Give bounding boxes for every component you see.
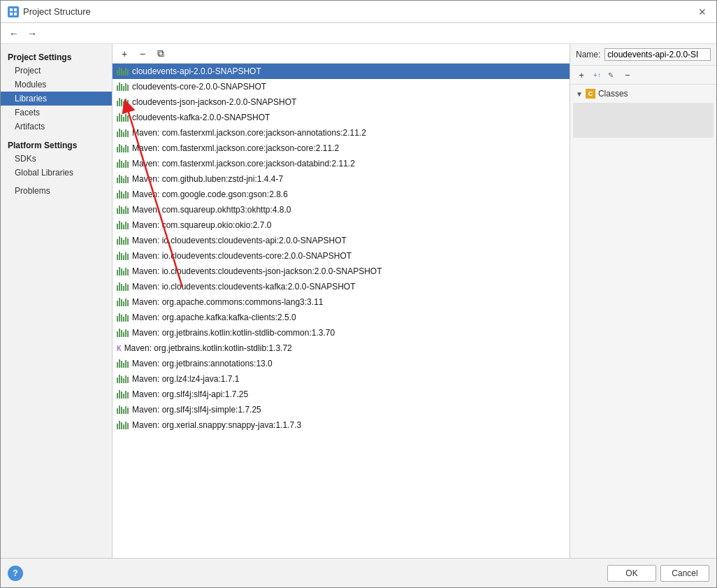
- library-name: cloudevents-kafka-2.0.0-SNAPSHOT: [132, 113, 270, 122]
- add-class-icon: +↑: [592, 70, 602, 80]
- title-bar-left: Project Structure: [8, 6, 91, 17]
- sidebar-item-modules[interactable]: Modules: [1, 78, 112, 92]
- library-item[interactable]: Maven: com.squareup.okio:okio:2.7.0: [113, 217, 570, 233]
- sidebar-item-facets[interactable]: Facets: [1, 106, 112, 120]
- library-icon: [117, 144, 129, 152]
- library-icon: [117, 67, 129, 76]
- library-item[interactable]: Maven: com.google.code.gson:gson:2.8.6: [113, 187, 570, 202]
- library-icon: [117, 206, 129, 214]
- name-label: Name:: [576, 50, 600, 59]
- right-panel-toolbar: + +↑ ✎ −: [570, 66, 716, 85]
- help-button[interactable]: ?: [8, 566, 23, 581]
- rp-add-button[interactable]: +: [574, 68, 588, 82]
- library-name: cloudevents-api-2.0.0-SNAPSHOT: [132, 66, 261, 76]
- svg-rect-0: [10, 8, 13, 11]
- library-item[interactable]: Maven: com.fasterxml.jackson.core:jackso…: [113, 141, 570, 156]
- library-name: Maven: org.apache.kafka:kafka-clients:2.…: [132, 313, 296, 322]
- library-name: Maven: org.jetbrains.kotlin:kotlin-stdli…: [124, 343, 292, 353]
- library-icon: [117, 375, 129, 383]
- platform-settings-title: Platform Settings: [1, 138, 112, 152]
- library-icon: [117, 421, 129, 429]
- library-icon: [117, 329, 129, 337]
- rp-edit-button[interactable]: ✎: [605, 68, 619, 82]
- library-item[interactable]: Maven: org.lz4:lz4-java:1.7.1: [113, 371, 570, 387]
- cancel-button[interactable]: Cancel: [660, 565, 709, 582]
- library-item[interactable]: Maven: org.slf4j:slf4j-simple:1.7.25: [113, 402, 570, 417]
- window-title: Project Structure: [23, 6, 91, 17]
- project-settings-title: Project Settings: [1, 50, 112, 64]
- main-content: Project Settings Project Modules Librari…: [1, 44, 716, 558]
- library-icon: [117, 390, 129, 399]
- library-item[interactable]: Maven: io.cloudevents:cloudevents-json-j…: [113, 264, 570, 279]
- library-item[interactable]: Maven: org.jetbrains:annotations:13.0: [113, 356, 570, 371]
- sidebar-item-libraries[interactable]: Libraries: [1, 92, 112, 106]
- center-toolbar: + − ⧉: [113, 44, 570, 64]
- library-item[interactable]: Maven: org.jetbrains.kotlin:kotlin-stdli…: [113, 325, 570, 340]
- library-name: Maven: com.fasterxml.jackson.core:jackso…: [132, 143, 339, 153]
- center-panel-wrapper: + − ⧉ cloudevents-api-2.0.0-SNAPSHOTclou…: [113, 44, 570, 558]
- library-icon: [117, 236, 129, 245]
- ok-button[interactable]: OK: [607, 565, 656, 582]
- back-button[interactable]: ←: [6, 26, 22, 41]
- library-name: Maven: com.github.luben:zstd-jni:1.4.4-7: [132, 174, 283, 184]
- library-item[interactable]: Maven: io.cloudevents:cloudevents-core:2…: [113, 248, 570, 264]
- svg-rect-2: [10, 13, 13, 15]
- library-item[interactable]: Maven: org.apache.commons:commons-lang3:…: [113, 294, 570, 310]
- project-structure-window: Project Structure ✕ ← → Project Settings…: [0, 0, 717, 588]
- library-name: Maven: org.slf4j:slf4j-api:1.7.25: [132, 389, 248, 399]
- library-icon: [117, 190, 129, 199]
- library-item[interactable]: Maven: io.cloudevents:cloudevents-api:2.…: [113, 233, 570, 248]
- close-button[interactable]: ✕: [695, 5, 709, 19]
- library-icon: [117, 175, 129, 183]
- library-item[interactable]: Maven: org.slf4j:slf4j-api:1.7.25: [113, 387, 570, 402]
- name-field-row: Name:: [570, 44, 716, 66]
- library-name: Maven: io.cloudevents:cloudevents-core:2…: [132, 251, 352, 261]
- library-item[interactable]: Maven: com.fasterxml.jackson.core:jackso…: [113, 156, 570, 171]
- sidebar-item-global-libraries[interactable]: Global Libraries: [1, 166, 112, 180]
- library-icon: [117, 267, 129, 275]
- blurred-content: [573, 103, 714, 138]
- library-name: Maven: org.jetbrains:annotations:13.0: [132, 359, 273, 368]
- name-input[interactable]: [604, 48, 711, 61]
- library-item[interactable]: KMaven: org.jetbrains.kotlin:kotlin-stdl…: [113, 340, 570, 356]
- library-item[interactable]: Maven: com.github.luben:zstd-jni:1.4.4-7: [113, 171, 570, 187]
- rp-remove-button[interactable]: −: [621, 68, 635, 82]
- classes-icon: C: [586, 89, 595, 99]
- title-bar: Project Structure ✕: [1, 1, 716, 23]
- library-name: Maven: com.squareup.okio:okio:2.7.0: [132, 220, 271, 230]
- library-icon: [117, 221, 129, 229]
- library-name: cloudevents-json-jackson-2.0.0-SNAPSHOT: [132, 97, 296, 107]
- library-icon: [117, 298, 129, 306]
- library-name: Maven: org.lz4:lz4-java:1.7.1: [132, 374, 239, 384]
- svg-text:✎: ✎: [608, 71, 614, 79]
- library-name: Maven: com.google.code.gson:gson:2.8.6: [132, 189, 288, 199]
- library-name: Maven: com.squareup.okhttp3:okhttp:4.8.0: [132, 205, 291, 215]
- sidebar-item-project[interactable]: Project: [1, 64, 112, 78]
- copy-library-button[interactable]: ⧉: [153, 46, 168, 62]
- edit-icon: ✎: [607, 70, 617, 80]
- library-icon: [117, 98, 129, 106]
- library-item[interactable]: cloudevents-api-2.0.0-SNAPSHOT: [113, 64, 570, 79]
- library-item[interactable]: Maven: com.fasterxml.jackson.core:jackso…: [113, 125, 570, 141]
- library-item[interactable]: Maven: io.cloudevents:cloudevents-kafka:…: [113, 279, 570, 294]
- library-item[interactable]: cloudevents-core-2.0.0-SNAPSHOT: [113, 79, 570, 94]
- sidebar-item-sdks[interactable]: SDKs: [1, 152, 112, 166]
- main-toolbar: ← →: [1, 23, 716, 44]
- rp-add-class-button[interactable]: +↑: [590, 68, 604, 82]
- library-item[interactable]: Maven: org.xerial.snappy:snappy-java:1.1…: [113, 417, 570, 433]
- remove-library-button[interactable]: −: [135, 46, 150, 62]
- library-name: cloudevents-core-2.0.0-SNAPSHOT: [132, 82, 266, 92]
- library-item[interactable]: cloudevents-json-jackson-2.0.0-SNAPSHOT: [113, 94, 570, 110]
- right-panel-tree: ▼ C Classes: [570, 85, 716, 558]
- forward-button[interactable]: →: [24, 26, 40, 41]
- library-list: cloudevents-api-2.0.0-SNAPSHOTcloudevent…: [113, 64, 570, 558]
- library-item[interactable]: cloudevents-kafka-2.0.0-SNAPSHOT: [113, 110, 570, 125]
- sidebar-item-artifacts[interactable]: Artifacts: [1, 120, 112, 134]
- library-item[interactable]: Maven: com.squareup.okhttp3:okhttp:4.8.0: [113, 202, 570, 217]
- sidebar-item-problems[interactable]: Problems: [1, 184, 112, 198]
- library-icon: [117, 359, 129, 368]
- tree-item-classes[interactable]: ▼ C Classes: [573, 87, 714, 100]
- add-library-button[interactable]: +: [117, 46, 132, 62]
- library-item[interactable]: Maven: org.apache.kafka:kafka-clients:2.…: [113, 310, 570, 325]
- library-icon: [117, 83, 129, 91]
